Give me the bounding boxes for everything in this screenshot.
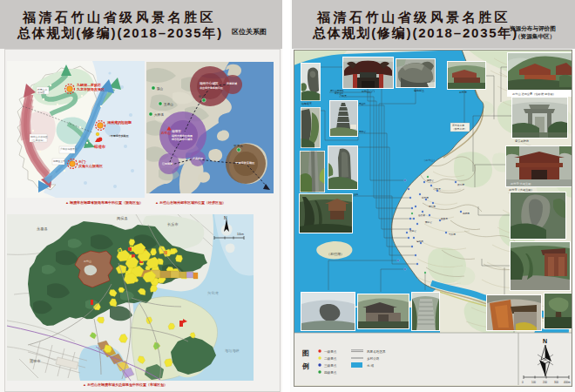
svg-text:风景名胜区界: 风景名胜区界 [367,349,386,354]
svg-text:仙猴迎宾: 仙猴迎宾 [301,102,312,105]
svg-text:（石竹山）: （石竹山） [423,159,436,162]
svg-text:400m: 400m [564,381,571,384]
svg-text:旗山: 旗山 [157,87,164,91]
svg-text:福州中心城区: 福州中心城区 [199,81,219,85]
svg-text:狮子岩: 狮子岩 [424,220,432,224]
svg-text:四级景点: 四级景点 [324,371,337,375]
svg-text:（饮用水源）: （饮用水源） [452,127,467,131]
svg-text:无尘塔: 无尘塔 [359,102,366,105]
svg-text:兴化湾: 兴化湾 [207,291,219,295]
svg-text:一线天: 一线天 [434,187,441,191]
svg-text:一线天: 一线天 [340,94,347,98]
svg-text:例: 例 [301,362,309,370]
svg-text:鸳鸯石: 鸳鸯石 [441,217,448,220]
svg-text:○平潭综合实验区: ○平潭综合实验区 [109,134,129,138]
svg-text:综合性副中心城市: 综合性副中心城市 [171,138,193,141]
svg-text:莆田市: 莆田市 [30,359,41,363]
svg-text:旅游区: 旅游区 [37,91,45,94]
svg-text:三级景点: 三级景点 [324,364,337,368]
svg-text:海坛海峡: 海坛海峡 [225,348,240,353]
svg-text:N: N [543,338,547,344]
svg-text:（生态旅游）: （生态旅游） [30,139,45,142]
svg-text:石竹寺: 石竹寺 [429,205,436,208]
svg-text:青龙岩: 青龙岩 [359,130,366,133]
svg-text:10km: 10km [237,233,244,236]
svg-text:大樟溪: 大樟溪 [154,112,164,117]
svg-text:平潭综合实验区: 平潭综合实验区 [234,161,255,165]
svg-text:滨海旅游发展带: 滨海旅游发展带 [60,147,78,151]
svg-text:石竹山 道院全景（仙君楼·观音殿）: 石竹山 道院全景（仙君楼·观音殿） [512,92,556,96]
svg-text:福清市: 福清市 [171,129,181,133]
svg-text:状元府: 状元府 [457,183,464,186]
svg-text:龟蛇石: 龟蛇石 [416,240,423,243]
svg-text:紫云石牌坊: 紫云石牌坊 [515,139,530,143]
svg-text:龙高组团: 龙高组团 [192,157,203,160]
svg-text:图: 图 [302,349,309,357]
svg-text:牛蹄洞: 牛蹄洞 [449,233,456,236]
svg-text:石竹寺: 石竹寺 [458,91,467,94]
svg-text:平潭岛: 平潭岛 [233,144,243,148]
svg-text:石竹山石牌坊: 石竹山石牌坊 [330,89,344,92]
svg-text:桃源洞: 桃源洞 [463,212,470,215]
svg-text:鼓山: 鼓山 [198,95,206,98]
svg-text:N: N [224,215,227,220]
svg-text:紫云洞: 紫云洞 [422,196,429,199]
svg-text:龟蛇朝圣: 龟蛇朝圣 [414,89,424,92]
svg-text:水 域: 水 域 [367,364,375,368]
svg-text:闽南金三角: 闽南金三角 [53,159,65,163]
svg-text:五虎山: 五虎山 [164,102,173,106]
svg-text:石竹寺·大雄宝殿: 石竹寺·大雄宝殿 [511,182,531,186]
svg-text:长乐市: 长乐市 [167,222,179,226]
svg-text:300: 300 [554,381,558,384]
svg-text:江阴港城: 江阴港城 [161,162,172,166]
svg-text:石竹山: 石竹山 [83,260,91,263]
svg-text:（石竹湖）: （石竹湖） [327,252,344,256]
svg-text:石竹山: 石竹山 [160,131,171,135]
svg-text:石竹山山门: 石竹山山门 [361,90,375,93]
svg-text:二级景点: 二级景点 [324,357,337,361]
svg-text:石竹寺（大雄宝殿）: 石竹寺（大雄宝殿） [509,188,534,192]
svg-text:滨海新城: 滨海新城 [226,82,237,85]
svg-text:乡村公路: 乡村公路 [367,356,380,361]
svg-text:一级景点: 一级景点 [324,350,337,354]
svg-text:伏虎岩: 伏虎岩 [409,229,416,233]
svg-text:省会综合服务核心区: 省会综合服务核心区 [199,86,223,90]
svg-text:200: 200 [543,381,547,384]
svg-text:观音岩: 观音岩 [427,179,434,182]
svg-text:100: 100 [531,381,536,384]
svg-text:仙苑: 仙苑 [354,193,359,196]
svg-text:仙君楼: 仙君楼 [418,213,425,217]
